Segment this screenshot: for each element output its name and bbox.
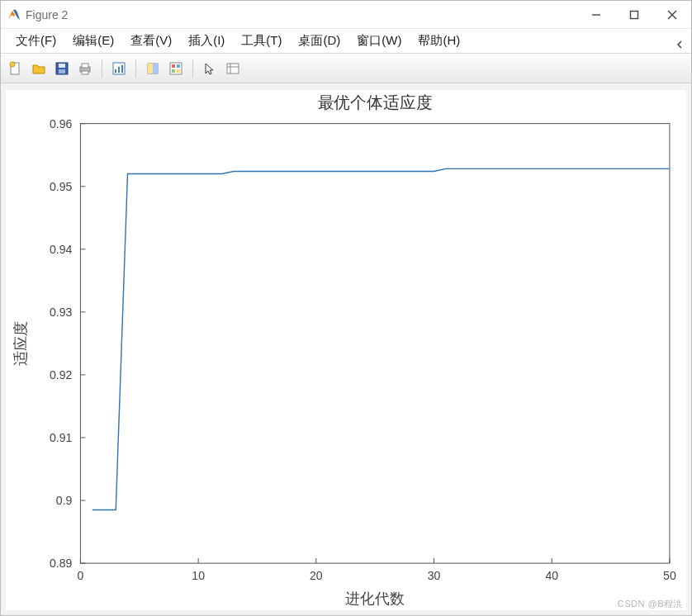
maximize-button[interactable] [615,1,653,29]
menu-desktop[interactable]: 桌面(D) [290,31,348,51]
titlebar: Figure 2 [1,1,691,29]
toolbar-separator [135,59,136,78]
svg-rect-18 [148,64,153,73]
axes-container: 010203040500.890.90.910.920.930.940.950.… [6,90,686,610]
svg-rect-9 [59,69,65,73]
x-axis-label: 进化代数 [345,590,405,607]
y-tick-label: 0.89 [50,557,72,570]
figure-area: 010203040500.890.90.910.920.930.940.950.… [1,83,691,615]
svg-rect-2 [631,11,638,18]
svg-rect-23 [172,69,175,73]
toolbar [1,54,691,83]
svg-rect-21 [172,64,175,68]
save-icon[interactable] [52,59,72,78]
menubar-overflow-icon[interactable] [676,37,685,51]
chart-title: 最优个体适应度 [318,93,433,111]
line-chart: 010203040500.890.90.910.920.930.940.950.… [6,90,686,610]
x-tick-label: 10 [192,569,205,582]
x-tick-label: 50 [663,569,676,582]
svg-rect-24 [177,69,180,73]
menu-insert[interactable]: 插入(I) [180,31,233,51]
window-title: Figure 2 [26,8,68,21]
svg-marker-0 [8,11,15,19]
y-tick-label: 0.93 [50,306,72,319]
svg-rect-19 [153,64,158,73]
open-folder-icon[interactable] [29,59,49,78]
menu-tools[interactable]: 工具(T) [233,31,290,51]
svg-rect-25 [227,64,239,73]
property-inspector-icon[interactable] [223,59,243,78]
toolbar-separator [102,59,102,78]
x-tick-label: 30 [428,569,441,582]
svg-rect-11 [82,64,88,68]
toolbar-separator [192,59,193,78]
menu-help[interactable]: 帮助(H) [410,31,468,51]
x-tick-label: 20 [310,569,323,582]
x-tick-label: 40 [545,569,558,582]
y-tick-label: 0.95 [50,180,72,193]
svg-point-6 [10,62,15,67]
y-tick-label: 0.96 [50,117,72,130]
svg-rect-15 [118,67,120,73]
minimize-button[interactable] [577,1,615,29]
menu-window[interactable]: 窗口(W) [348,31,410,51]
svg-rect-22 [177,64,180,68]
axes-box [80,124,669,563]
menu-file[interactable]: 文件(F) [7,31,64,51]
print-icon[interactable] [75,59,95,78]
y-tick-label: 0.9 [56,494,73,507]
y-tick-label: 0.94 [50,243,72,256]
figure-palette-icon[interactable] [109,59,129,78]
watermark-label: CSDN @B程洪 [618,598,683,610]
y-axis-label: 适应度 [12,321,29,366]
svg-rect-8 [59,64,65,68]
menu-view[interactable]: 查看(V) [122,31,180,51]
matlab-icon [6,7,21,22]
data-cursor-icon[interactable] [166,59,186,78]
close-button[interactable] [653,1,691,29]
svg-rect-12 [82,71,88,74]
svg-rect-14 [115,69,116,73]
menubar: 文件(F) 编辑(E) 查看(V) 插入(I) 工具(T) 桌面(D) 窗口(W… [1,29,691,54]
y-tick-label: 0.91 [50,431,72,444]
menu-edit[interactable]: 编辑(E) [64,31,122,51]
pointer-icon[interactable] [200,59,220,78]
y-tick-label: 0.92 [50,368,72,381]
x-tick-label: 0 [78,569,84,582]
new-file-icon[interactable] [6,59,26,78]
rotate-3d-icon[interactable] [143,59,163,78]
svg-rect-16 [121,65,123,73]
figure-window: Figure 2 文件(F) 编辑(E) 查看(V) 插入(I) 工具(T) 桌… [0,0,692,616]
